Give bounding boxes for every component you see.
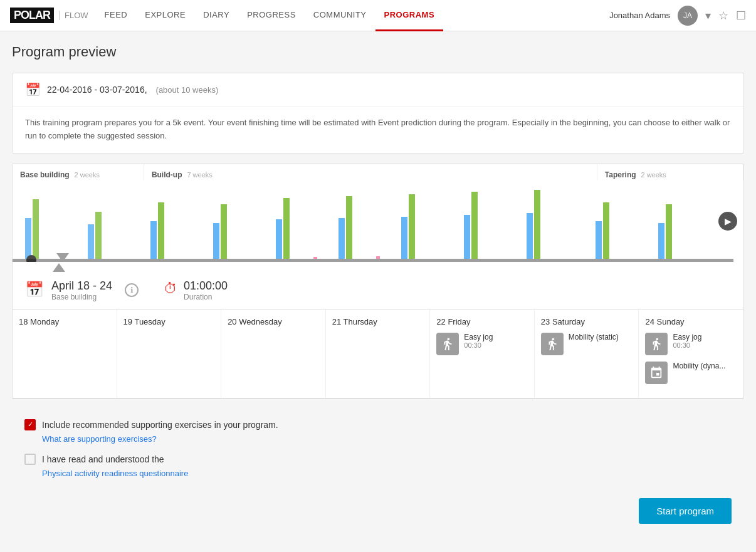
options-section: ✓ Include recommended supporting exercis… <box>12 409 744 478</box>
mobility-icon <box>541 333 564 355</box>
avatar[interactable]: JA <box>678 6 698 26</box>
nav-explore[interactable]: EXPLORE <box>136 0 194 31</box>
bar-chart <box>13 180 733 262</box>
week-header: 📅 April 18 - 24 Base building ℹ ⏱ 01:00:… <box>13 272 743 310</box>
nav-diary[interactable]: DIARY <box>194 0 238 31</box>
checkbox-2[interactable] <box>24 454 36 465</box>
day-header-monday: 18 Monday <box>19 317 110 326</box>
nav-right: Jonathan Adams JA ▾ ☆ ☐ <box>609 6 746 26</box>
checkbox-1[interactable]: ✓ <box>24 419 36 430</box>
user-name: Jonathan Adams <box>609 11 670 20</box>
phase-name-1: Base building <box>20 170 70 179</box>
info-button[interactable]: ℹ <box>125 283 139 297</box>
activity-friday-1-time: 00:30 <box>464 341 493 349</box>
chart-arrow-area <box>13 262 743 272</box>
chart-next-button[interactable]: ▶ <box>718 212 737 231</box>
polar-logo: POLAR <box>10 8 54 23</box>
chart-card: Base building 2 weeks Build-up 7 weeks T… <box>12 164 744 399</box>
svg-rect-9 <box>283 198 290 259</box>
supporting-exercises-link[interactable]: What are supporting exercises? <box>42 434 732 444</box>
svg-rect-6 <box>213 223 219 259</box>
week-calendar-icon: 📅 <box>25 281 44 298</box>
week-subtitle: Base building <box>51 293 112 301</box>
phase-name-3: Tapering <box>605 170 636 179</box>
day-tuesday: 19 Tuesday <box>117 310 222 398</box>
date-range: 22-04-2016 - 03-07-2016, <box>47 85 147 95</box>
svg-rect-15 <box>471 192 478 259</box>
day-sunday: 24 Sunday Easy jog 00:30 <box>639 310 743 398</box>
running-icon <box>436 333 459 355</box>
program-card: 📅 22-04-2016 - 03-07-2016, (about 10 wee… <box>12 73 744 154</box>
week-days-grid: 18 Monday 19 Tuesday 20 Wednesday 21 Thu… <box>13 310 743 398</box>
svg-rect-24 <box>13 180 138 259</box>
duration-label: Duration <box>184 293 228 301</box>
activity-friday-1: Easy jog 00:30 <box>436 333 528 355</box>
activity-saturday-1: Mobility (static) <box>541 333 633 355</box>
logo-area: POLAR FLOW <box>10 8 88 23</box>
up-arrow-icon <box>53 263 65 272</box>
checkbox-1-label: Include recommended supporting exercises… <box>42 420 278 430</box>
svg-rect-21 <box>666 204 672 259</box>
program-description: This training program prepares you for a… <box>13 107 743 153</box>
calendar-icon: 📅 <box>25 82 41 97</box>
phase-dur-3: 2 weeks <box>641 171 666 179</box>
chat-icon[interactable]: ☐ <box>736 9 746 23</box>
phase-buildup: Build-up 7 weeks <box>144 164 597 180</box>
day-friday: 22 Friday Easy jog 00:30 <box>430 310 535 398</box>
svg-rect-4 <box>150 221 157 259</box>
svg-rect-14 <box>464 215 470 259</box>
day-header-thursday: 21 Thursday <box>332 317 424 326</box>
navigation: POLAR FLOW FEED EXPLORE DIARY PROGRESS C… <box>0 0 756 31</box>
svg-rect-16 <box>527 213 533 259</box>
svg-rect-5 <box>158 202 164 259</box>
nav-progress[interactable]: PROGRESS <box>238 0 305 31</box>
day-wednesday: 20 Wednesday <box>221 310 326 398</box>
phase-name-2: Build-up <box>152 170 182 179</box>
phase-base-building: Base building 2 weeks <box>13 164 144 180</box>
day-monday: 18 Monday <box>13 310 117 398</box>
phase-tapering: Tapering 2 weeks <box>597 164 743 180</box>
phase-dur-1: 2 weeks <box>75 171 100 179</box>
duration-block: ⏱ 01:00:00 Duration <box>164 279 228 301</box>
checkbox-row-1: ✓ Include recommended supporting exercis… <box>24 419 732 430</box>
phases-row: Base building 2 weeks Build-up 7 weeks T… <box>13 164 743 180</box>
nav-links: FEED EXPLORE DIARY PROGRESS COMMUNITY PR… <box>96 0 610 31</box>
activity-saturday-1-name: Mobility (static) <box>569 333 619 341</box>
activity-sunday-1: Easy jog 00:30 <box>645 333 737 355</box>
svg-rect-12 <box>401 217 407 259</box>
activity-sunday-2: Mobility (dyna... <box>645 362 737 384</box>
flow-label: FLOW <box>59 11 88 20</box>
day-header-tuesday: 19 Tuesday <box>123 317 215 326</box>
chart-pointer <box>56 253 69 262</box>
svg-rect-7 <box>221 204 227 259</box>
activity-friday-1-name: Easy jog <box>464 333 493 341</box>
nav-programs[interactable]: PROGRAMS <box>375 0 444 31</box>
chevron-down-icon[interactable]: ▾ <box>705 9 711 23</box>
week-title: April 18 - 24 <box>51 279 112 293</box>
start-program-button[interactable]: Start program <box>639 498 732 524</box>
activity-sunday-2-name: Mobility (dyna... <box>673 362 725 370</box>
checkbox-row-2: I have read and understood the <box>24 454 732 465</box>
svg-rect-22 <box>13 259 733 262</box>
activity-sunday-1-time: 00:30 <box>673 341 701 349</box>
page-title: Program preview <box>12 44 744 60</box>
date-row: 📅 22-04-2016 - 03-07-2016, (about 10 wee… <box>13 73 743 107</box>
nav-community[interactable]: COMMUNITY <box>305 0 375 31</box>
checkbox-2-label: I have read and understood the <box>42 454 164 464</box>
bottom-bar: Start program <box>12 488 744 534</box>
activity-sunday-1-name: Easy jog <box>673 333 701 341</box>
svg-rect-26 <box>376 256 380 259</box>
page: Program preview 📅 22-04-2016 - 03-07-201… <box>2 31 754 546</box>
day-header-friday: 22 Friday <box>436 317 528 326</box>
running-icon-2 <box>645 333 668 355</box>
svg-rect-18 <box>596 221 602 259</box>
day-thursday: 21 Thursday <box>326 310 431 398</box>
questionnaire-link[interactable]: Physical activity readiness questionnair… <box>42 469 732 478</box>
svg-rect-19 <box>603 202 609 259</box>
mobility-dynamic-icon <box>645 362 668 384</box>
svg-rect-17 <box>534 190 540 259</box>
nav-feed[interactable]: FEED <box>96 0 137 31</box>
day-header-sunday: 24 Sunday <box>645 317 737 326</box>
star-icon[interactable]: ☆ <box>718 9 728 23</box>
svg-rect-11 <box>346 196 352 259</box>
